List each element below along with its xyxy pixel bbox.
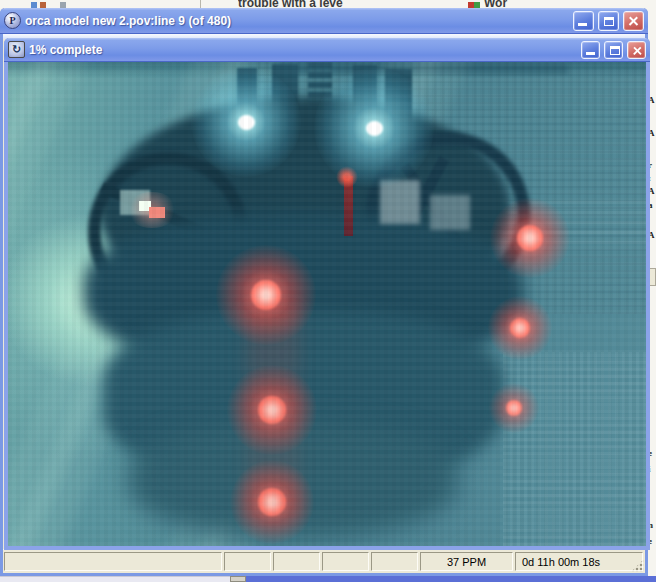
minimize-icon bbox=[586, 52, 595, 55]
render-window-icon: ↻ bbox=[8, 41, 25, 58]
povray-app-icon: P bbox=[4, 12, 21, 29]
mosaic-pixel-overlay bbox=[8, 62, 646, 546]
status-panel bbox=[273, 552, 320, 571]
render-canvas bbox=[8, 62, 646, 546]
close-icon bbox=[629, 42, 644, 56]
editor-hscroll-thumb[interactable] bbox=[230, 576, 246, 582]
status-panel-ppm: 37 PPM bbox=[420, 552, 513, 571]
editor-top-strip: trouble with a leve Wor bbox=[0, 0, 656, 8]
maximize-button[interactable] bbox=[598, 11, 619, 31]
minimize-button[interactable] bbox=[573, 11, 594, 31]
maximize-icon bbox=[604, 17, 614, 26]
render-maximize-button[interactable] bbox=[604, 41, 623, 59]
screen: trouble with a leve Wor A A r : A a A e … bbox=[0, 0, 656, 582]
status-bar: 37 PPM 0d 11h 00m 18s bbox=[3, 549, 645, 573]
toolbar-separator bbox=[200, 0, 201, 8]
text-fragment: trouble with a leve bbox=[238, 0, 398, 8]
minimize-icon bbox=[578, 23, 587, 26]
status-panel bbox=[371, 552, 418, 571]
window-edge-fragment bbox=[246, 576, 656, 582]
close-icon bbox=[624, 12, 643, 30]
render-close-button[interactable] bbox=[627, 41, 646, 59]
main-title-bar[interactable]: P orca model new 2.pov:line 9 (of 480) bbox=[0, 8, 648, 34]
render-window: ↻ 1% complete bbox=[4, 38, 650, 550]
maximize-icon bbox=[610, 46, 620, 55]
status-panel-elapsed-time: 0d 11h 00m 18s bbox=[515, 552, 643, 571]
editor-hscroll-track[interactable] bbox=[0, 576, 246, 582]
text-fragment: Wor bbox=[484, 0, 544, 8]
render-minimize-button[interactable] bbox=[581, 41, 600, 59]
main-window-title: orca model new 2.pov:line 9 (of 480) bbox=[25, 14, 569, 28]
status-panel bbox=[224, 552, 271, 571]
render-window-title: 1% complete bbox=[29, 43, 577, 57]
status-panel bbox=[322, 552, 369, 571]
render-title-bar[interactable]: ↻ 1% complete bbox=[4, 38, 650, 62]
status-panel-message bbox=[4, 552, 222, 571]
close-button[interactable] bbox=[623, 11, 644, 31]
